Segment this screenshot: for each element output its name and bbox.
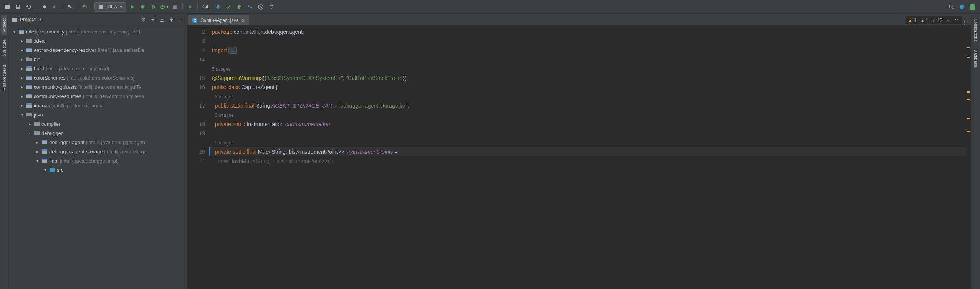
chevron-icon[interactable]: ▸ — [35, 140, 40, 144]
run-config-dropdown[interactable]: IDEA ▼ — [94, 2, 126, 12]
chevron-icon[interactable]: ▾ — [27, 131, 32, 135]
git-commit-icon[interactable] — [223, 2, 233, 12]
chevron-icon[interactable]: ▾ — [12, 30, 17, 34]
collapse-all-icon[interactable] — [159, 16, 166, 23]
chevron-icon[interactable]: ▸ — [19, 85, 25, 89]
next-highlight-icon[interactable]: ﹀ — [955, 17, 959, 23]
typos-indicator[interactable]: ✓12 — [932, 18, 942, 23]
build-icon[interactable] — [79, 2, 89, 12]
svg-rect-28 — [42, 149, 47, 151]
inspection-widget[interactable]: ▲4 ▲1 ✓12 ︿ ﹀ — [906, 16, 962, 24]
close-icon[interactable]: × — [242, 17, 245, 23]
git-history-icon[interactable] — [256, 2, 266, 12]
back-icon[interactable] — [39, 2, 49, 12]
tab-menu-icon[interactable]: ⋮ — [962, 20, 971, 25]
usages-hint[interactable]: 3 usages — [215, 113, 234, 118]
tree-label: images — [34, 103, 50, 108]
tree-item[interactable]: ▾java — [8, 110, 187, 119]
tree-item[interactable]: ▸community-resources [intellij.idea.comm… — [8, 91, 187, 101]
project-icon — [12, 17, 18, 23]
code-editor[interactable]: 2 3 4 14 15 16 17 18 19 20 21 package co… — [187, 25, 971, 289]
chevron-icon[interactable]: ▸ — [19, 66, 25, 71]
locate-icon[interactable]: ⊕ — [140, 16, 147, 23]
svg-rect-20 — [26, 85, 32, 86]
module-icon — [41, 139, 48, 145]
chevron-icon[interactable]: ▾ — [19, 113, 25, 117]
tree-item[interactable]: ▸debugger-agent [intellij.java.debugger.… — [8, 138, 187, 147]
ai-icon[interactable] — [185, 2, 195, 12]
weak-warnings-indicator[interactable]: ▲1 — [920, 18, 929, 23]
tree-item[interactable]: ▸.idea — [8, 36, 187, 45]
database-tool-tab[interactable]: Database — [973, 46, 979, 70]
tree-item[interactable]: ▸build [intellij.idea.community.build] — [8, 64, 187, 73]
editor-tab[interactable]: C CaptureAgent.java × — [188, 15, 249, 25]
tree-item[interactable]: ▾intellij-community [intellij.idea.commu… — [8, 27, 187, 36]
chevron-icon[interactable]: ▸ — [19, 76, 25, 80]
tree-item[interactable]: ▸bin — [8, 55, 187, 64]
tree-item[interactable]: ▸colorSchemes [intellij.platform.colorSc… — [8, 73, 187, 82]
save-icon[interactable] — [13, 2, 23, 12]
code-content[interactable]: package com.intellij.rt.debugger.agent; … — [210, 25, 966, 289]
editor-area: C CaptureAgent.java × ⋮ ▲4 ▲1 ✓12 ︿ ﹀ 2 … — [187, 14, 971, 289]
git-push-icon[interactable] — [234, 2, 244, 12]
chevron-down-icon[interactable]: ▼ — [39, 18, 42, 22]
warnings-indicator[interactable]: ▲4 — [908, 18, 916, 23]
tree-item[interactable]: ▸community-guitests [intellij.idea.commu… — [8, 82, 187, 91]
tree-item[interactable]: ▾src — [8, 165, 187, 174]
structure-tool-tab[interactable]: Structure — [1, 36, 7, 60]
prev-highlight-icon[interactable]: ︿ — [946, 17, 951, 23]
usages-hint[interactable]: 3 usages — [215, 94, 234, 100]
chevron-icon[interactable]: ▸ — [19, 103, 25, 108]
reload-icon[interactable] — [24, 2, 34, 12]
stop-icon[interactable] — [170, 2, 180, 12]
ide-icon[interactable] — [968, 2, 978, 12]
chevron-icon[interactable]: ▾ — [35, 159, 40, 163]
tree-label: impl — [49, 158, 58, 164]
git-rollback-icon[interactable] — [267, 2, 276, 12]
notifications-tool-tab[interactable]: Notifications — [973, 15, 979, 45]
project-tool-tab[interactable]: Project — [1, 15, 7, 35]
tree-item[interactable]: ▸debugger-agent-storage [intellij.java.d… — [8, 147, 187, 156]
tree-module-label: [intellij.idea.community.build] — [46, 66, 109, 71]
gutter[interactable]: 2 3 4 14 15 16 17 18 19 20 21 — [187, 25, 210, 289]
expand-all-icon[interactable] — [149, 16, 156, 23]
usages-hint[interactable]: 3 usages — [215, 140, 234, 146]
coverage-icon[interactable] — [149, 2, 159, 12]
open-icon[interactable] — [2, 2, 12, 12]
folder-icon — [26, 38, 32, 44]
search-icon[interactable] — [946, 2, 956, 12]
profile-icon[interactable]: ▼ — [159, 2, 169, 12]
usages-hint[interactable]: 5 usages — [212, 66, 231, 72]
chevron-icon[interactable]: ▸ — [35, 149, 40, 154]
weak-warning-icon: ▲ — [920, 18, 925, 23]
tree-label: compiler — [41, 121, 60, 127]
tree-module-label: [intellij.idea.community.main] — [66, 29, 129, 35]
debug-icon[interactable] — [138, 2, 148, 12]
chevron-icon[interactable]: ▾ — [42, 168, 48, 172]
pull-requests-tool-tab[interactable]: Pull Requests — [1, 61, 7, 93]
run-icon[interactable] — [127, 2, 137, 12]
folder-icon — [26, 111, 32, 118]
chevron-icon[interactable]: ▸ — [19, 57, 25, 61]
fold-region[interactable]: ... — [228, 47, 237, 54]
settings-sync-icon[interactable] — [957, 2, 967, 12]
tree-item[interactable]: ▸aether-dependency-resolver [intellij.ja… — [8, 45, 187, 55]
code-with-me-icon[interactable] — [65, 2, 74, 12]
tree-item[interactable]: ▸images [intellij.platform.images] — [8, 101, 187, 110]
gear-icon[interactable]: ⚙ — [168, 16, 175, 23]
chevron-icon[interactable]: ▸ — [19, 39, 25, 43]
chevron-icon[interactable]: ▸ — [19, 94, 25, 98]
tree-item[interactable]: ▾impl [intellij.java.debugger.impl] — [8, 156, 187, 165]
forward-icon[interactable] — [50, 2, 60, 12]
project-tree[interactable]: ▾intellij-community [intellij.idea.commu… — [8, 25, 187, 289]
project-panel: Project ▼ ⊕ ⚙ — ▾intellij-community [int… — [8, 14, 187, 289]
chevron-icon[interactable]: ▸ — [19, 48, 25, 52]
error-stripe[interactable] — [966, 25, 971, 289]
git-compare-icon[interactable] — [245, 2, 255, 12]
git-update-icon[interactable] — [213, 2, 223, 12]
module-icon — [26, 65, 32, 71]
hide-icon[interactable]: — — [177, 16, 184, 23]
tree-item[interactable]: ▸compiler — [8, 119, 187, 128]
tree-item[interactable]: ▾debugger — [8, 128, 187, 138]
chevron-icon[interactable]: ▸ — [27, 122, 32, 126]
